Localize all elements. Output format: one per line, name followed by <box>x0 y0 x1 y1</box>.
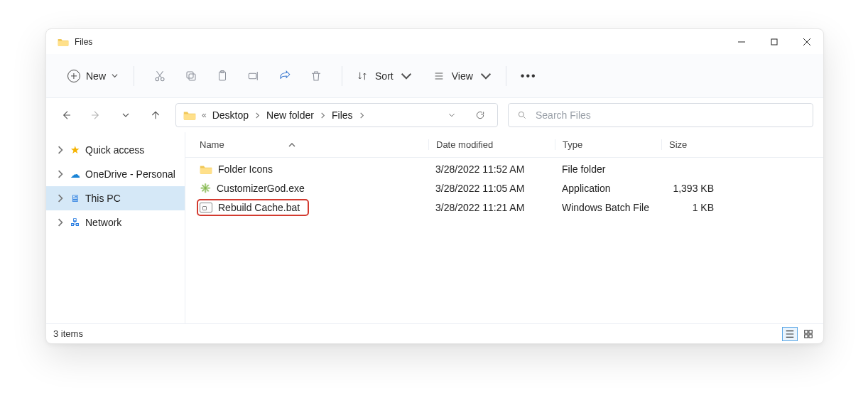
rows-container: Folder Icons 3/28/2022 11:52 AM File fol… <box>185 158 823 323</box>
file-size: 1,393 KB <box>661 183 729 194</box>
folder-icon <box>183 110 196 120</box>
sort-ascending-icon <box>288 141 295 149</box>
share-button[interactable] <box>269 65 300 87</box>
navigation-pane: ★ Quick access ☁ OneDrive - Personal 🖥 T… <box>46 132 185 323</box>
thumbnails-view-button[interactable] <box>801 327 816 341</box>
titlebar: Files <box>46 29 823 54</box>
sidebar-item-onedrive[interactable]: ☁ OneDrive - Personal <box>46 162 185 186</box>
folder-icon <box>58 38 69 46</box>
chevron-right-icon <box>56 218 65 227</box>
status-bar: 3 items <box>46 323 823 343</box>
chevron-right-icon <box>56 194 65 203</box>
paste-button[interactable] <box>207 65 238 87</box>
file-row[interactable]: ✳️ CustomizerGod.exe 3/28/2022 11:05 AM … <box>185 178 823 198</box>
chevron-down-icon <box>480 70 492 82</box>
svg-rect-11 <box>805 334 808 337</box>
delete-button[interactable] <box>300 65 332 87</box>
file-modified: 3/28/2022 11:52 AM <box>428 163 555 175</box>
chevron-right-icon <box>56 170 65 178</box>
sidebar-label: OneDrive - Personal <box>85 168 175 180</box>
sort-icon <box>357 70 368 82</box>
command-bar: New Sort View ••• <box>46 54 823 98</box>
up-button[interactable] <box>146 105 166 125</box>
file-name: Folder Icons <box>218 163 273 175</box>
column-size[interactable]: Size <box>661 139 729 150</box>
crumb-newfolder[interactable]: New folder <box>266 109 314 121</box>
svg-rect-9 <box>805 330 808 333</box>
recent-dropdown[interactable] <box>116 105 136 125</box>
sidebar-label: Quick access <box>85 144 144 156</box>
window-title: Files <box>75 37 92 47</box>
file-name: Rebuild Cache.bat <box>218 202 300 213</box>
address-bar[interactable]: « Desktop New folder Files <box>175 103 498 127</box>
svg-rect-0 <box>771 39 777 45</box>
file-modified: 3/28/2022 11:05 AM <box>428 183 555 194</box>
column-name[interactable]: Name <box>200 139 428 150</box>
folder-icon <box>200 164 212 174</box>
sidebar-item-quick-access[interactable]: ★ Quick access <box>46 138 185 162</box>
rename-button[interactable] <box>238 65 269 87</box>
minimize-button[interactable] <box>725 31 758 53</box>
crumb-desktop[interactable]: Desktop <box>212 109 249 121</box>
new-label: New <box>86 70 106 82</box>
details-view-button[interactable] <box>782 327 798 341</box>
chevron-right-icon <box>359 112 365 119</box>
sidebar-item-network[interactable]: 🖧 Network <box>46 210 185 235</box>
chevron-right-icon <box>56 146 65 154</box>
column-label: Size <box>669 139 687 150</box>
star-icon: ★ <box>69 144 81 156</box>
more-button[interactable]: ••• <box>516 70 541 82</box>
sort-button[interactable]: Sort <box>352 70 416 82</box>
item-count: 3 items <box>53 328 83 339</box>
svg-rect-7 <box>249 73 256 79</box>
sidebar-item-this-pc[interactable]: 🖥 This PC <box>46 186 185 210</box>
column-label: Name <box>200 139 224 150</box>
svg-point-1 <box>156 77 159 81</box>
separator <box>506 66 506 86</box>
svg-rect-4 <box>187 72 193 78</box>
close-button[interactable] <box>791 31 823 53</box>
file-type: Application <box>555 183 661 194</box>
file-list: Name Date modified Type Size Folder Icon… <box>185 132 823 323</box>
chevron-right-icon <box>254 112 261 119</box>
copy-button[interactable] <box>175 65 207 87</box>
address-dropdown[interactable] <box>440 104 463 127</box>
explorer-window: Files New Sort View <box>45 28 824 344</box>
file-modified: 3/28/2022 11:21 AM <box>428 202 555 213</box>
file-size: 1 KB <box>661 202 729 213</box>
new-button[interactable]: New <box>62 65 124 87</box>
body: ★ Quick access ☁ OneDrive - Personal 🖥 T… <box>46 132 823 323</box>
exe-icon: ✳️ <box>200 183 211 193</box>
sort-label: Sort <box>375 70 394 82</box>
back-button[interactable] <box>56 105 76 125</box>
chevron-left-double-icon: « <box>202 110 207 120</box>
search-input[interactable] <box>536 109 804 121</box>
chevron-down-icon <box>401 70 412 82</box>
separator <box>134 66 134 86</box>
forward-button[interactable] <box>86 105 106 125</box>
column-modified[interactable]: Date modified <box>428 139 555 150</box>
cut-button[interactable] <box>144 65 175 87</box>
file-row[interactable]: Folder Icons 3/28/2022 11:52 AM File fol… <box>185 159 823 178</box>
search-icon <box>517 110 527 120</box>
window-controls <box>725 31 823 53</box>
maximize-button[interactable] <box>758 31 791 53</box>
column-type[interactable]: Type <box>555 139 661 150</box>
navigation-row: « Desktop New folder Files <box>46 98 823 132</box>
search-box[interactable] <box>508 103 813 127</box>
chevron-down-icon <box>112 72 118 79</box>
bat-icon <box>200 203 212 213</box>
view-button[interactable]: View <box>429 70 496 82</box>
view-label: View <box>452 70 473 82</box>
svg-rect-12 <box>809 334 812 337</box>
separator <box>342 66 342 86</box>
cloud-icon: ☁ <box>69 168 81 181</box>
crumb-files[interactable]: Files <box>332 109 353 121</box>
monitor-icon: 🖥 <box>69 193 81 205</box>
file-row[interactable]: Rebuild Cache.bat 3/28/2022 11:21 AM Win… <box>185 198 823 217</box>
sidebar-label: This PC <box>85 193 121 204</box>
svg-point-8 <box>519 112 523 117</box>
refresh-button[interactable] <box>469 104 492 127</box>
view-icon <box>433 70 445 82</box>
chevron-right-icon <box>320 112 326 119</box>
